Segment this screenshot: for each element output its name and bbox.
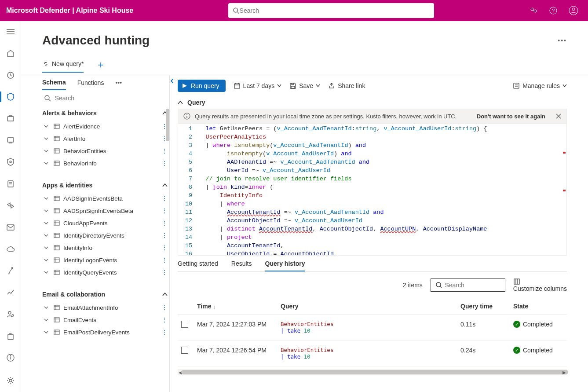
svg-rect-70 [54,330,59,334]
run-query-button[interactable]: Run query [178,80,226,92]
share-link-button[interactable]: Share link [328,82,365,89]
schema-table-item[interactable]: AADSpnSignInEventsBeta ⋮ [42,205,168,217]
svg-marker-73 [183,84,187,88]
community-icon[interactable] [529,6,538,15]
schema-tab-functions[interactable]: Functions [77,79,104,90]
schema-panel: Schema Functions ••• Alerts & behaviors … [42,75,170,392]
nav-identities[interactable] [0,308,21,320]
col-query[interactable]: Query [277,298,457,315]
schema-item-more[interactable]: ⋮ [161,195,168,202]
nav-secure[interactable] [0,156,21,168]
col-state[interactable]: State [510,298,567,315]
schema-search-input[interactable] [55,95,168,102]
tab-new-query-label: New query* [52,60,84,67]
tab-results[interactable]: Results [231,260,252,271]
schema-item-more[interactable]: ⋮ [161,316,168,323]
schema-tab-schema[interactable]: Schema [42,79,66,90]
tab-query-history[interactable]: Query history [265,260,305,271]
schema-table-item[interactable]: IdentityLogonEvents ⋮ [42,254,168,266]
nav-actions[interactable] [0,113,21,125]
schema-table-item[interactable]: AlertInfo ⋮ [42,132,168,145]
history-search-input[interactable] [445,282,500,289]
nav-trials[interactable] [0,330,21,342]
brand-title: Microsoft Defender | Alpine Ski House [6,7,133,15]
schema-group-header[interactable]: Email & collaboration [42,287,168,301]
schema-tab-more[interactable]: ••• [115,79,122,90]
nav-cloud[interactable] [0,243,21,255]
query-editor[interactable]: 12345678910111213141516 let GetUserPeers… [178,124,567,256]
svg-rect-74 [234,84,240,88]
schema-table-item[interactable]: AlertEvidence ⋮ [42,120,168,132]
schema-item-more[interactable]: ⋮ [161,329,168,336]
history-row[interactable]: Mar 7, 2024 12:27:03 PM BehaviorEntities… [178,315,567,341]
save-button[interactable]: Save [289,82,320,89]
schema-table-item[interactable]: EmailPostDeliveryEvents ⋮ [42,326,168,338]
schema-table-item[interactable]: AADSignInEventsBeta ⋮ [42,192,168,205]
schema-item-more[interactable]: ⋮ [161,304,168,311]
schema-item-more[interactable]: ⋮ [161,244,168,251]
schema-table-item[interactable]: BehaviorEntities ⋮ [42,145,168,157]
schema-table-item[interactable]: IdentityDirectoryEvents ⋮ [42,229,168,242]
nav-home[interactable] [0,47,21,59]
nav-hunting[interactable] [0,91,21,103]
nav-email[interactable] [0,221,21,233]
customize-columns-label: Customize columns [513,285,567,292]
schema-item-more[interactable]: ⋮ [161,207,168,214]
schema-item-more[interactable]: ⋮ [161,269,168,276]
schema-item-more[interactable]: ⋮ [161,232,168,239]
nav-reports[interactable] [0,286,21,298]
row-checkbox[interactable] [181,347,188,354]
schema-group-header[interactable]: Alerts & behaviors [42,106,168,120]
nav-devices[interactable] [0,134,21,146]
schema-table-item[interactable]: IdentityQueryEvents ⋮ [42,266,168,278]
account-icon[interactable] [569,6,578,15]
tab-new-query[interactable]: New query* [42,60,84,73]
schema-table-item[interactable]: EmailAttachmentInfo ⋮ [42,301,168,314]
manage-rules-label: Manage rules [522,82,560,89]
nav-auto[interactable] [0,265,21,277]
query-section-toggle[interactable]: Query [178,96,567,109]
col-query-time[interactable]: Query time [457,298,510,315]
chevron-down-icon [562,84,567,88]
tab-getting-started[interactable]: Getting started [178,260,218,271]
nav-learning[interactable] [0,178,21,190]
col-time[interactable]: Time ↓ [194,298,277,315]
nav-exchange[interactable] [0,200,21,212]
schema-search[interactable] [42,90,169,106]
svg-rect-79 [292,83,294,84]
nav-settings[interactable] [0,374,21,388]
chevron-up-icon [178,100,183,105]
schema-scrollbar[interactable] [166,109,169,141]
schema-item-more[interactable]: ⋮ [161,160,168,167]
manage-rules-button[interactable]: Manage rules [513,82,567,89]
banner-close-button[interactable] [556,114,561,119]
schema-table-item[interactable]: EmailEvents ⋮ [42,314,168,326]
save-label: Save [299,82,313,89]
calendar-icon [234,82,241,89]
global-search[interactable] [228,3,434,18]
nav-info[interactable] [0,352,21,364]
schema-table-item[interactable]: BehaviorInfo ⋮ [42,157,168,169]
row-checkbox[interactable] [181,321,188,328]
svg-text:?: ? [552,8,555,13]
schema-table-item[interactable]: CloudAppEvents ⋮ [42,217,168,229]
schema-group-header[interactable]: Apps & identities [42,178,168,192]
global-search-input[interactable] [240,7,430,14]
schema-item-more[interactable]: ⋮ [161,147,168,154]
page-more-button[interactable]: ••• [558,37,567,44]
horizontal-scrollbar[interactable]: ◀ ▶ [178,369,567,375]
history-search[interactable] [431,278,505,292]
customize-columns-button[interactable]: Customize columns [513,278,567,292]
nav-menu[interactable] [0,26,21,37]
schema-table-item[interactable]: IdentityInfo ⋮ [42,242,168,254]
help-icon[interactable]: ? [549,7,557,15]
schema-item-more[interactable]: ⋮ [161,256,168,264]
add-tab-button[interactable]: ＋ [96,58,106,75]
nav-incidents[interactable] [0,69,21,81]
time-range-picker[interactable]: Last 7 days [234,82,282,89]
collapse-panel-button[interactable] [169,78,175,84]
history-row[interactable]: Mar 7, 2024 12:26:54 PM BehaviorEntities… [178,341,567,366]
schema-item-more[interactable]: ⋮ [161,220,168,227]
svg-rect-67 [54,318,59,322]
banner-dismiss-link[interactable]: Don't want to see it again [477,113,545,120]
